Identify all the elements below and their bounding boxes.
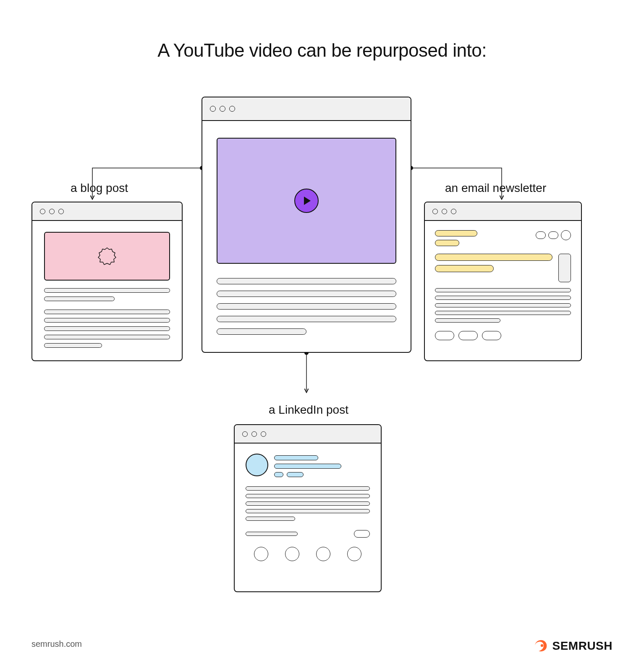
window-dot-icon (242, 431, 248, 437)
window-dot-icon (210, 106, 216, 112)
email-window (424, 202, 582, 361)
window-dot-icon (220, 106, 225, 112)
label-linkedin: a LinkedIn post (269, 403, 348, 417)
avatar-icon (246, 454, 268, 476)
badge-icon (97, 247, 117, 266)
window-dot-icon (432, 209, 438, 214)
action-icon (254, 547, 268, 561)
window-dot-icon (49, 209, 55, 214)
action-icon (347, 547, 361, 561)
window-titlebar (425, 202, 581, 221)
blog-window (31, 202, 183, 361)
label-blog: a blog post (71, 181, 128, 195)
window-dot-icon (442, 209, 447, 214)
blog-hero-image (44, 232, 170, 281)
footer-url: semrush.com (31, 639, 82, 649)
window-dot-icon (251, 431, 257, 437)
semrush-icon (534, 639, 548, 653)
window-titlebar (202, 97, 411, 121)
action-icon (285, 547, 299, 561)
window-dot-icon (451, 209, 456, 214)
youtube-window (202, 97, 411, 353)
window-titlebar (235, 425, 381, 444)
linkedin-window (234, 424, 382, 592)
window-dot-icon (58, 209, 64, 214)
action-icon (316, 547, 330, 561)
window-dot-icon (40, 209, 45, 214)
window-titlebar (32, 202, 182, 221)
brand-logo: SEMRUSH (534, 639, 613, 653)
label-email: an email newsletter (445, 181, 546, 195)
diagram-title: A YouTube video can be repurposed into: (0, 40, 644, 61)
video-thumbnail (217, 138, 396, 264)
svg-point-3 (541, 644, 543, 647)
play-icon (294, 189, 319, 213)
window-dot-icon (229, 106, 235, 112)
window-dot-icon (261, 431, 266, 437)
brand-name: SEMRUSH (552, 639, 613, 653)
